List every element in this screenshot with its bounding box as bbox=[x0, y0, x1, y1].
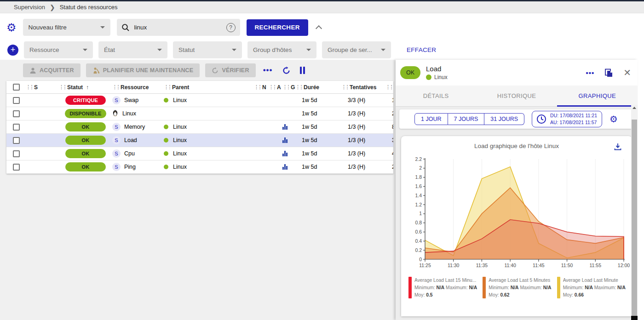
period-button-1-jour[interactable]: 1 JOUR bbox=[414, 113, 448, 125]
legend-item[interactable]: Average Load Last MinuteMinimum: N/A Max… bbox=[557, 277, 627, 299]
parent-cell[interactable]: Linux bbox=[164, 137, 254, 143]
select-all-checkbox[interactable] bbox=[13, 84, 20, 91]
graph-bars-icon[interactable] bbox=[282, 137, 288, 143]
parent-cell[interactable]: Linux bbox=[164, 150, 254, 157]
export-graph-button[interactable] bbox=[614, 143, 622, 152]
tab-détails[interactable]: DÉTAILS bbox=[396, 86, 476, 106]
graph-bars-icon[interactable] bbox=[282, 151, 288, 156]
drag-handle-icon[interactable]: ⋮⋮ bbox=[254, 84, 258, 90]
add-criteria-button[interactable]: + bbox=[7, 45, 18, 56]
status-badge[interactable]: OK bbox=[65, 122, 106, 131]
pause-autorefresh-button[interactable] bbox=[300, 67, 305, 74]
row-checkbox[interactable] bbox=[13, 137, 20, 144]
criteria-select[interactable]: Group d'hôtes bbox=[247, 41, 316, 58]
resource-cell[interactable]: SMemory bbox=[112, 123, 164, 131]
row-checkbox[interactable] bbox=[13, 150, 20, 157]
set-downtime-button[interactable]: PLANIFIER UNE MAINTENANCE bbox=[86, 63, 200, 77]
table-row[interactable]: CRITIQUE SSwap Linux 1w 5d 3/3 (H) 13m 4… bbox=[6, 94, 393, 107]
graph-settings-gear-icon[interactable]: ⚙ bbox=[610, 114, 618, 125]
search-help-icon[interactable]: ? bbox=[226, 23, 236, 32]
tab-historique[interactable]: HISTORIQUE bbox=[476, 86, 557, 106]
drag-handle-icon[interactable]: ⋮⋮ bbox=[341, 84, 345, 90]
drag-handle-icon[interactable]: ⋮⋮ bbox=[59, 84, 63, 90]
column-header[interactable]: ⋮⋮ Parent bbox=[164, 84, 254, 91]
more-actions-button[interactable]: ••• bbox=[263, 66, 273, 75]
clear-filters-link[interactable]: EFFACER bbox=[407, 46, 436, 53]
period-button-7-jours[interactable]: 7 JOURS bbox=[448, 113, 485, 125]
criteria-select[interactable]: Ressource bbox=[24, 41, 93, 58]
legend-item[interactable]: Average Load Last 15 Minu...Minimum: N/A… bbox=[408, 277, 478, 299]
period-button-31-jours[interactable]: 31 JOURS bbox=[484, 113, 524, 125]
table-row[interactable]: OK SPing Linux 1w 5d 1/3 (H) 24s bbox=[6, 160, 393, 174]
load-area-chart[interactable]: 00.20.40.60.811.21.41.61.822.211:2511:30… bbox=[405, 155, 631, 271]
status-badge[interactable]: OK bbox=[65, 136, 106, 145]
row-checkbox[interactable] bbox=[13, 97, 20, 104]
resource-cell[interactable]: SCpu bbox=[112, 149, 164, 158]
custom-date-range-button[interactable]: DU: 17/08/2021 11:21 AU: 17/08/2021 11:5… bbox=[532, 111, 602, 127]
column-header[interactable]: ⋮⋮ G bbox=[282, 84, 295, 91]
resource-cell[interactable]: SLoad bbox=[112, 136, 164, 144]
drag-handle-icon[interactable]: ⋮⋮ bbox=[282, 84, 287, 90]
column-header[interactable]: ⋮⋮ N bbox=[254, 84, 269, 91]
filter-settings-gear-icon[interactable]: ⚙ bbox=[6, 22, 17, 33]
criteria-select[interactable]: État bbox=[98, 41, 167, 58]
collapse-filters-chevron-icon[interactable] bbox=[316, 25, 322, 31]
check-button[interactable]: VÉRIFIER bbox=[205, 63, 255, 77]
graph-bars-icon[interactable] bbox=[282, 124, 288, 130]
drag-handle-icon[interactable]: ⋮⋮ bbox=[112, 84, 116, 90]
search-button[interactable]: RECHERCHER bbox=[247, 19, 308, 36]
drag-handle-icon[interactable]: ⋮⋮ bbox=[385, 84, 390, 90]
saved-filter-select[interactable]: Nouveau filtre bbox=[23, 19, 110, 36]
column-header[interactable]: ⋮⋮ Tentatives bbox=[341, 84, 385, 91]
legend-item[interactable]: Average Load Last 5 MinutesMinimum: N/A … bbox=[483, 277, 552, 299]
column-header[interactable]: ⋮⋮ Statut ↑ bbox=[59, 84, 112, 91]
status-badge[interactable]: DISPONIBLE bbox=[65, 109, 106, 118]
breadcrumb-supervision[interactable]: Supervision bbox=[14, 4, 45, 11]
row-checkbox[interactable] bbox=[13, 164, 20, 171]
refresh-button[interactable] bbox=[282, 66, 291, 75]
graph-cell[interactable] bbox=[282, 164, 295, 170]
drag-handle-icon[interactable]: ⋮⋮ bbox=[295, 84, 299, 90]
column-header[interactable]: ⋮⋮ Durée bbox=[295, 84, 341, 91]
sort-asc-icon[interactable]: ↑ bbox=[86, 84, 89, 91]
panel-status-badge[interactable]: OK bbox=[400, 66, 420, 79]
close-panel-icon[interactable]: ✕ bbox=[623, 68, 631, 77]
parent-cell[interactable]: Linux bbox=[164, 124, 254, 130]
row-checkbox[interactable] bbox=[13, 124, 20, 131]
column-header[interactable]: ⋮⋮ Ressource bbox=[112, 84, 164, 91]
parent-cell[interactable]: Linux bbox=[164, 164, 254, 170]
column-header[interactable]: ⋮⋮ A bbox=[269, 84, 282, 91]
scrollbar-thumb[interactable] bbox=[632, 120, 637, 316]
table-row[interactable]: OK SMemory Linux 1w 5d 1/3 (H) 8m 15s bbox=[6, 120, 393, 134]
graph-cell[interactable] bbox=[282, 151, 295, 156]
resource-cell[interactable]: Linux bbox=[112, 109, 164, 118]
column-header[interactable]: ⋮⋮ Dernier contrôle bbox=[385, 84, 393, 91]
copy-link-icon[interactable] bbox=[604, 69, 613, 77]
drag-handle-icon[interactable]: ⋮⋮ bbox=[26, 84, 30, 90]
scroll-up-arrow-icon[interactable] bbox=[632, 107, 636, 109]
table-row[interactable]: DISPONIBLE Linux 1w 5d 1/3 (H) 2m 55s bbox=[6, 107, 393, 120]
graph-cell[interactable] bbox=[282, 124, 295, 130]
parent-cell[interactable]: Linux bbox=[164, 97, 254, 103]
drag-handle-icon[interactable]: ⋮⋮ bbox=[269, 84, 273, 90]
criteria-select[interactable]: Statut bbox=[173, 41, 242, 58]
table-row[interactable]: OK SCpu Linux 1w 5d 1/3 (H) 4m 41s bbox=[6, 147, 393, 160]
tab-graphique[interactable]: GRAPHIQUE bbox=[557, 86, 638, 106]
resource-cell[interactable]: SPing bbox=[112, 163, 164, 171]
criteria-select[interactable]: Groupe de ser... bbox=[322, 41, 391, 58]
search-field[interactable]: ? bbox=[117, 19, 240, 36]
acknowledge-button[interactable]: ACQUITTER bbox=[23, 63, 80, 77]
drag-handle-icon[interactable]: ⋮⋮ bbox=[164, 84, 168, 90]
status-badge[interactable]: OK bbox=[65, 149, 106, 158]
search-input[interactable] bbox=[134, 24, 208, 31]
table-row[interactable]: OK SLoad Linux 1w 5d 1/3 (H) 3m 58s bbox=[6, 134, 393, 147]
resource-cell[interactable]: SSwap bbox=[112, 96, 164, 104]
graph-cell[interactable] bbox=[282, 137, 295, 143]
panel-scrollbar[interactable] bbox=[631, 105, 638, 320]
row-checkbox[interactable] bbox=[13, 110, 20, 117]
graph-bars-icon[interactable] bbox=[282, 164, 288, 170]
panel-more-button[interactable]: ••• bbox=[586, 69, 594, 77]
status-badge[interactable]: CRITIQUE bbox=[65, 96, 106, 105]
column-header[interactable]: ⋮⋮ S bbox=[26, 84, 59, 91]
status-badge[interactable]: OK bbox=[65, 162, 106, 171]
